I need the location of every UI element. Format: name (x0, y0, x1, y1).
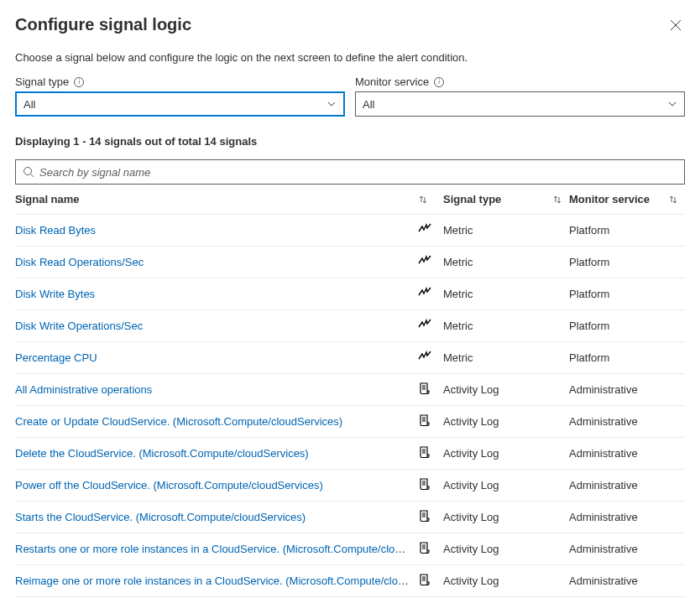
signal-type-cell: Metric (443, 278, 569, 310)
table-row: Restarts one or more role instances in a… (15, 533, 685, 565)
signal-link[interactable]: Create or Update CloudService. (Microsof… (15, 415, 342, 428)
subtitle-text: Choose a signal below and configure the … (15, 51, 685, 64)
activity-log-icon (418, 413, 431, 427)
monitor-service-cell: Platform (569, 215, 685, 247)
monitor-service-cell: Administrative (569, 502, 685, 533)
monitor-service-cell: Platform (569, 247, 685, 278)
signal-type-cell: Activity Log (443, 502, 569, 533)
sort-icon (552, 195, 562, 205)
table-row: Disk Write BytesMetricPlatform (15, 278, 685, 310)
signal-type-cell: Metric (443, 215, 569, 247)
table-row: Create or Update CloudService. (Microsof… (15, 406, 685, 438)
activity-log-icon (418, 382, 431, 395)
signal-link[interactable]: Power off the CloudService. (Microsoft.C… (15, 479, 323, 491)
signals-table: Signal name Signal type Monitor servic (15, 185, 685, 598)
close-button[interactable] (666, 16, 685, 34)
monitor-service-cell: Administrative (569, 406, 685, 438)
signal-type-cell: Metric (443, 310, 569, 342)
table-row: Disk Read Operations/SecMetricPlatform (15, 247, 685, 278)
signal-link[interactable]: Disk Write Operations/Sec (15, 320, 143, 332)
column-header-name-label: Signal name (15, 193, 80, 205)
column-header-name[interactable]: Signal name (15, 185, 418, 215)
signal-link[interactable]: Restarts one or more role instances in a… (15, 543, 418, 555)
close-icon (670, 19, 682, 31)
signal-type-cell: Activity Log (443, 406, 569, 438)
page-title: Configure signal logic (15, 15, 191, 34)
monitor-service-cell: Platform (569, 278, 685, 310)
metric-icon (418, 254, 431, 268)
sort-icon (668, 195, 678, 205)
info-icon[interactable]: i (434, 77, 444, 87)
monitor-service-value: All (363, 98, 374, 111)
table-row: Disk Read BytesMetricPlatform (15, 215, 685, 247)
monitor-service-cell: Platform (569, 310, 685, 342)
info-icon[interactable]: i (74, 77, 84, 87)
column-header-monitor-label: Monitor service (569, 193, 650, 205)
metric-icon (418, 286, 431, 299)
column-header-monitor[interactable]: Monitor service (569, 185, 685, 215)
table-row: Reimage one or more role instances in a … (15, 565, 685, 597)
results-status: Displaying 1 - 14 signals out of total 1… (15, 135, 685, 148)
signal-type-cell: Activity Log (443, 470, 569, 502)
activity-log-icon (418, 541, 431, 554)
signal-type-select[interactable]: All (15, 91, 345, 117)
signal-link[interactable]: Percentage CPU (15, 351, 97, 364)
metric-icon (418, 222, 431, 236)
signal-type-cell: Metric (443, 247, 569, 278)
signal-link[interactable]: Reimage one or more role instances in a … (15, 575, 418, 587)
table-row: Starts the CloudService. (Microsoft.Comp… (15, 502, 685, 533)
monitor-service-cell: Administrative (569, 470, 685, 502)
sort-icon (418, 195, 436, 205)
column-header-type-label: Signal type (443, 193, 501, 205)
monitor-service-select[interactable]: All (355, 91, 685, 117)
metric-icon (418, 350, 431, 363)
signal-type-cell: Metric (443, 342, 569, 374)
signal-link[interactable]: Delete the CloudService. (Microsoft.Comp… (15, 447, 309, 460)
metric-icon (418, 318, 431, 331)
activity-log-icon (418, 573, 431, 586)
column-header-type[interactable]: Signal type (443, 185, 569, 215)
chevron-down-icon (326, 99, 337, 109)
signal-type-cell: Activity Log (443, 374, 569, 406)
activity-log-icon (418, 445, 431, 459)
search-input[interactable] (39, 166, 677, 179)
table-row: Disk Write Operations/SecMetricPlatform (15, 310, 685, 342)
signal-type-cell: Activity Log (443, 565, 569, 597)
signal-link[interactable]: Disk Read Operations/Sec (15, 256, 144, 268)
signal-type-cell: Activity Log (443, 533, 569, 565)
table-row: All Administrative operationsActivity Lo… (15, 374, 685, 406)
signal-type-label: Signal type (15, 75, 69, 88)
monitor-service-cell: Administrative (569, 565, 685, 597)
monitor-service-cell: Administrative (569, 374, 685, 406)
search-icon (23, 166, 34, 178)
signal-link[interactable]: All Administrative operations (15, 383, 152, 396)
monitor-service-cell: Administrative (569, 438, 685, 470)
monitor-service-label: Monitor service (355, 75, 429, 88)
activity-log-icon (418, 509, 431, 523)
chevron-down-icon (667, 99, 677, 109)
table-row: Percentage CPUMetricPlatform (15, 342, 685, 374)
table-row: Power off the CloudService. (Microsoft.C… (15, 470, 685, 502)
signal-type-cell: Activity Log (443, 438, 569, 470)
search-box[interactable] (15, 159, 685, 185)
monitor-service-cell: Platform (569, 342, 685, 374)
monitor-service-cell: Administrative (569, 533, 685, 565)
signal-link[interactable]: Starts the CloudService. (Microsoft.Comp… (15, 511, 306, 523)
table-row: Delete the CloudService. (Microsoft.Comp… (15, 438, 685, 470)
column-header-name-sort[interactable] (418, 185, 443, 215)
svg-point-0 (24, 168, 32, 175)
signal-link[interactable]: Disk Write Bytes (15, 288, 95, 300)
activity-log-icon (418, 477, 431, 491)
signal-link[interactable]: Disk Read Bytes (15, 224, 96, 237)
signal-type-value: All (24, 98, 35, 111)
